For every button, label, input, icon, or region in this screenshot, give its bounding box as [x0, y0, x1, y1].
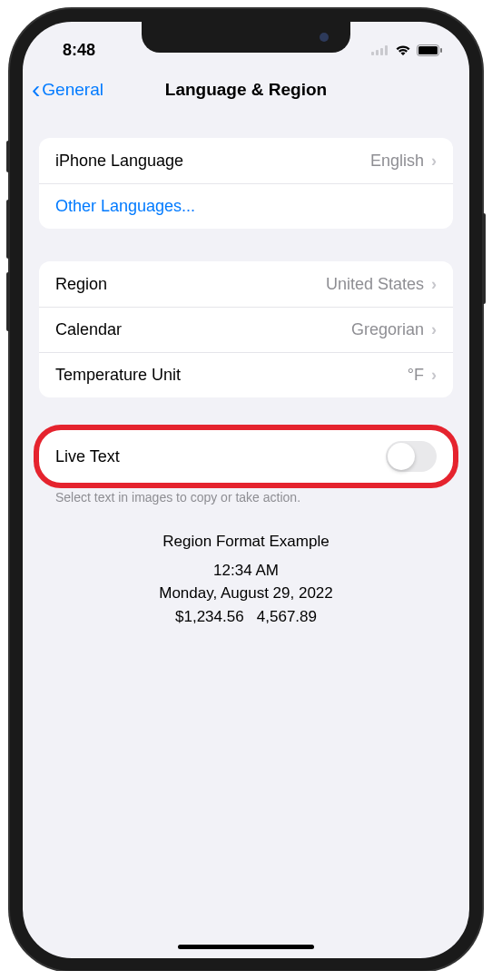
row-value: °F: [408, 366, 424, 385]
home-indicator[interactable]: [178, 945, 314, 949]
battery-icon: [417, 44, 442, 56]
other-languages-row[interactable]: Other Languages...: [39, 183, 453, 229]
page-title: Language & Region: [165, 80, 327, 100]
chevron-right-icon: ›: [431, 366, 437, 385]
power-button: [482, 213, 486, 304]
svg-rect-3: [385, 45, 388, 55]
example-time: 12:34 AM: [39, 559, 453, 583]
live-text-footer: Select text in images to copy or take ac…: [39, 483, 453, 505]
toggle-knob: [388, 443, 415, 470]
volume-down: [6, 272, 10, 331]
region-row[interactable]: Region United States ›: [39, 261, 453, 307]
screen: 8:48 ‹ Gen: [23, 22, 469, 958]
region-format-example: Region Format Example 12:34 AM Monday, A…: [39, 530, 453, 628]
wifi-icon: [395, 44, 411, 56]
calendar-row[interactable]: Calendar Gregorian ›: [39, 307, 453, 352]
example-number: 4,567.89: [257, 608, 317, 625]
row-label: Live Text: [55, 447, 120, 466]
svg-rect-2: [380, 48, 383, 55]
volume-up: [6, 200, 10, 259]
row-trail: Gregorian ›: [351, 320, 437, 339]
chevron-left-icon: ‹: [32, 75, 40, 104]
row-label: Temperature Unit: [55, 366, 181, 385]
row-value: United States: [326, 275, 424, 294]
live-text-row: Live Text: [39, 430, 453, 483]
iphone-language-row[interactable]: iPhone Language English ›: [39, 138, 453, 183]
chevron-right-icon: ›: [431, 320, 437, 339]
svg-rect-5: [418, 46, 438, 54]
example-numbers: $1,234.56 4,567.89: [39, 605, 453, 629]
temperature-row[interactable]: Temperature Unit °F ›: [39, 352, 453, 397]
phone-frame: 8:48 ‹ Gen: [10, 9, 482, 971]
row-label: Region: [55, 275, 107, 294]
front-camera: [320, 33, 329, 42]
mute-switch: [6, 141, 10, 172]
chevron-right-icon: ›: [431, 275, 437, 294]
svg-rect-6: [440, 48, 442, 53]
back-button[interactable]: ‹ General: [32, 75, 103, 104]
row-label: iPhone Language: [55, 152, 183, 171]
notch: [142, 22, 350, 53]
example-date: Monday, August 29, 2022: [39, 582, 453, 605]
row-value: Gregorian: [351, 320, 424, 339]
row-trail: United States ›: [326, 275, 437, 294]
status-icons: [371, 44, 442, 56]
svg-rect-1: [376, 50, 379, 55]
row-label: Other Languages...: [55, 197, 195, 216]
nav-bar: ‹ General Language & Region: [23, 67, 469, 113]
example-title: Region Format Example: [39, 530, 453, 554]
content: iPhone Language English › Other Language…: [23, 138, 469, 628]
row-trail: English ›: [370, 152, 437, 171]
live-text-group: Live Text: [39, 430, 453, 483]
example-currency: $1,234.56: [175, 608, 244, 625]
region-group: Region United States › Calendar Gregoria…: [39, 261, 453, 397]
live-text-toggle[interactable]: [386, 441, 437, 472]
chevron-right-icon: ›: [431, 152, 437, 171]
back-label: General: [42, 80, 103, 100]
row-trail: °F ›: [408, 366, 437, 385]
cellular-icon: [371, 44, 389, 55]
svg-rect-0: [371, 52, 374, 55]
language-group: iPhone Language English › Other Language…: [39, 138, 453, 229]
status-time: 8:48: [63, 41, 95, 60]
row-value: English: [370, 152, 424, 171]
row-label: Calendar: [55, 320, 122, 339]
